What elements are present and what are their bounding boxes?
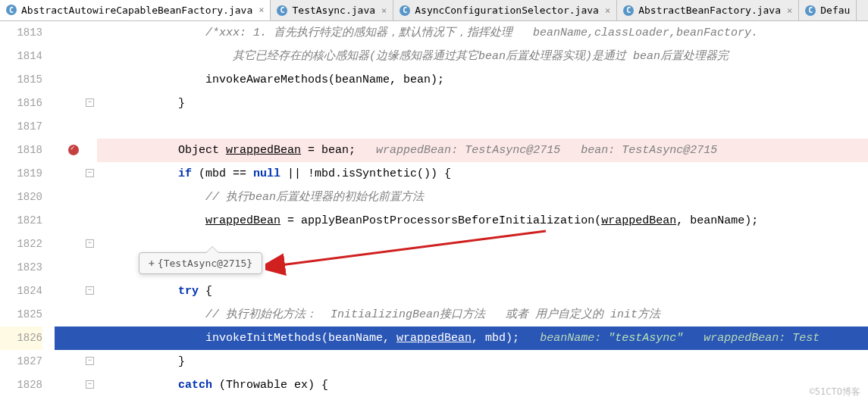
code-line[interactable]	[97, 115, 868, 139]
line-number: 1816	[0, 92, 42, 115]
code-editor[interactable]: 1813 1814 1815 1816 1817 1818 1819 1820 …	[0, 21, 868, 403]
close-icon[interactable]: ×	[787, 5, 792, 16]
editor-tabs: C AbstractAutowireCapableBeanFactory.jav…	[0, 0, 868, 21]
tab-abstractbeanfactory[interactable]: C AbstractBeanFactory.java ×	[617, 0, 799, 20]
java-class-icon: C	[277, 5, 287, 16]
line-number: 1823	[0, 256, 42, 280]
fold-icon[interactable]: −	[86, 239, 94, 248]
tab-label: Defau	[820, 5, 850, 16]
code-line[interactable]: 其它已经存在的核心感知器(边缘感知器通过其它bean后置处理器实现)是通过 be…	[97, 45, 868, 68]
code-line[interactable]: invokeAwareMethods(beanName, bean);	[97, 68, 868, 92]
fold-icon[interactable]: −	[86, 286, 94, 295]
line-number: 1817	[0, 115, 42, 139]
code-line[interactable]: // 执行初始化方法： InitializingBean接口方法 或者 用户自定…	[97, 303, 868, 326]
line-number: 1825	[0, 303, 42, 326]
code-line[interactable]: try {	[97, 280, 868, 303]
expand-icon[interactable]: +	[149, 258, 155, 269]
tooltip-value: {TestAsync@2715}	[158, 258, 252, 269]
fold-icon[interactable]: −	[86, 98, 94, 107]
tab-default[interactable]: C Defau	[799, 0, 857, 20]
close-icon[interactable]: ×	[605, 5, 610, 16]
execution-point-icon	[55, 326, 61, 350]
line-number: 1819	[0, 162, 42, 186]
code-line[interactable]: catch (Throwable ex) {	[97, 373, 868, 397]
line-number: 1815	[0, 68, 42, 92]
watermark: ©51CTO博客	[810, 386, 860, 398]
code-line[interactable]: wrappedBean = applyBeanPostProcessorsBef…	[97, 209, 868, 233]
tab-testasync[interactable]: C TestAsync.java ×	[271, 0, 393, 20]
tab-abstractautowire[interactable]: C AbstractAutowireCapableBeanFactory.jav…	[0, 0, 271, 20]
tab-label: AsyncConfigurationSelector.java	[415, 5, 599, 16]
tab-asyncconfig[interactable]: C AsyncConfigurationSelector.java ×	[393, 0, 617, 20]
java-class-icon: C	[805, 5, 816, 16]
tab-label: AbstractBeanFactory.java	[638, 5, 781, 16]
fold-icon[interactable]: −	[86, 357, 94, 365]
code-line[interactable]: if (mbd == null || !mbd.isSynthetic()) {	[97, 162, 868, 186]
code-line[interactable]: /*xxx: 1. 首先执行特定的感知器，默认情况下，指挥处理 beanName…	[97, 21, 868, 45]
code-line[interactable]: }	[97, 350, 868, 373]
line-number: 1813	[0, 21, 42, 45]
line-number: 1826	[0, 326, 42, 350]
tab-label: TestAsync.java	[292, 5, 375, 16]
java-class-icon: C	[623, 5, 634, 16]
close-icon[interactable]: ×	[259, 5, 264, 15]
java-class-icon: C	[6, 5, 17, 15]
breakpoint-icon[interactable]	[68, 145, 79, 155]
line-number: 1818	[0, 139, 42, 162]
line-number: 1828	[0, 373, 42, 397]
line-number: 1820	[0, 186, 42, 209]
line-number: 1824	[0, 280, 42, 303]
line-number: 1822	[0, 233, 42, 256]
code-line[interactable]: // 执行bean后置处理器的初始化前置方法	[97, 186, 868, 209]
code-line[interactable]: }	[97, 92, 868, 115]
fold-icon[interactable]: −	[86, 169, 94, 177]
code-content[interactable]: /*xxx: 1. 首先执行特定的感知器，默认情况下，指挥处理 beanName…	[97, 21, 868, 403]
code-line-execution[interactable]: invokeInitMethods(beanName, wrappedBean,…	[97, 326, 868, 350]
tab-label: AbstractAutowireCapableBeanFactory.java	[21, 5, 252, 16]
java-class-icon: C	[400, 5, 410, 16]
close-icon[interactable]: ×	[381, 5, 387, 16]
line-number: 1814	[0, 45, 42, 68]
gutter-markers[interactable]: − − − − − −	[55, 21, 97, 403]
line-number: 1827	[0, 350, 42, 373]
line-number: 1821	[0, 209, 42, 233]
line-number-gutter: 1813 1814 1815 1816 1817 1818 1819 1820 …	[0, 21, 55, 403]
fold-icon[interactable]: −	[86, 380, 94, 389]
code-line-breakpoint[interactable]: Object wrappedBean = bean; wrappedBean: …	[97, 139, 868, 162]
debug-value-tooltip[interactable]: +{TestAsync@2715}	[139, 252, 262, 274]
